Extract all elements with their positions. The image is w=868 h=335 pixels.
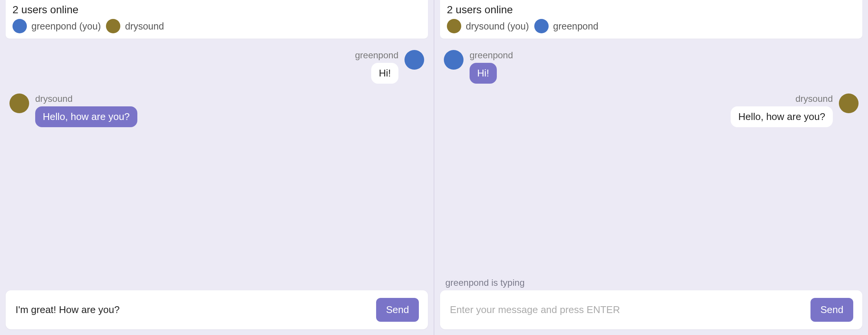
avatar [106, 19, 120, 33]
online-count-label: 2 users online [12, 4, 421, 16]
message-column: greenpond Hi! [470, 50, 513, 84]
avatar [12, 19, 27, 33]
app-root: 2 users online greenpond (you) drysound … [0, 0, 868, 335]
message-sender-label: greenpond [355, 50, 398, 61]
message-column: greenpond Hi! [355, 50, 398, 84]
message-input[interactable] [449, 304, 803, 316]
message-sender-label: greenpond [470, 50, 513, 61]
message-row: greenpond Hi! [9, 50, 424, 84]
avatar [404, 50, 424, 70]
message-bubble: Hello, how are you? [731, 106, 833, 127]
typing-indicator [6, 279, 428, 290]
message-input[interactable] [15, 304, 369, 316]
avatar [444, 50, 464, 70]
chat-panel-right: 2 users online drysound (you) greenpond … [434, 0, 868, 335]
message-row: drysound Hello, how are you? [444, 93, 859, 127]
avatar [839, 93, 859, 113]
message-bubble: Hi! [470, 63, 497, 84]
online-count-label: 2 users online [447, 4, 856, 16]
user-item: drysound [106, 19, 164, 33]
message-sender-label: drysound [795, 93, 833, 104]
user-list: drysound (you) greenpond [447, 19, 856, 33]
user-list: greenpond (you) drysound [12, 19, 421, 33]
avatar [9, 93, 29, 113]
chat-panel-left: 2 users online greenpond (you) drysound … [0, 0, 434, 335]
message-row: drysound Hello, how are you? [9, 93, 424, 127]
message-column: drysound Hello, how are you? [731, 93, 833, 127]
user-item-self: drysound (you) [447, 19, 529, 33]
avatar [534, 19, 549, 33]
online-users-header: 2 users online greenpond (you) drysound [6, 0, 428, 39]
send-button[interactable]: Send [376, 298, 419, 322]
user-name-label: greenpond (you) [31, 21, 101, 32]
message-composer: Send [440, 290, 862, 329]
message-composer: Send [6, 290, 428, 329]
message-list[interactable]: greenpond Hi! drysound Hello, how are yo… [6, 39, 428, 279]
avatar [447, 19, 461, 33]
user-name-label: drysound (you) [466, 21, 529, 32]
message-column: drysound Hello, how are you? [35, 93, 137, 127]
message-row: greenpond Hi! [444, 50, 859, 84]
typing-indicator: greenpond is typing [440, 277, 862, 290]
user-item-self: greenpond (you) [12, 19, 101, 33]
send-button[interactable]: Send [810, 298, 853, 322]
message-bubble: Hi! [371, 63, 398, 84]
message-bubble: Hello, how are you? [35, 106, 137, 127]
online-users-header: 2 users online drysound (you) greenpond [440, 0, 862, 39]
user-item: greenpond [534, 19, 599, 33]
user-name-label: drysound [125, 21, 164, 32]
message-list[interactable]: greenpond Hi! drysound Hello, how are yo… [440, 39, 862, 277]
user-name-label: greenpond [553, 21, 599, 32]
message-sender-label: drysound [35, 93, 73, 104]
